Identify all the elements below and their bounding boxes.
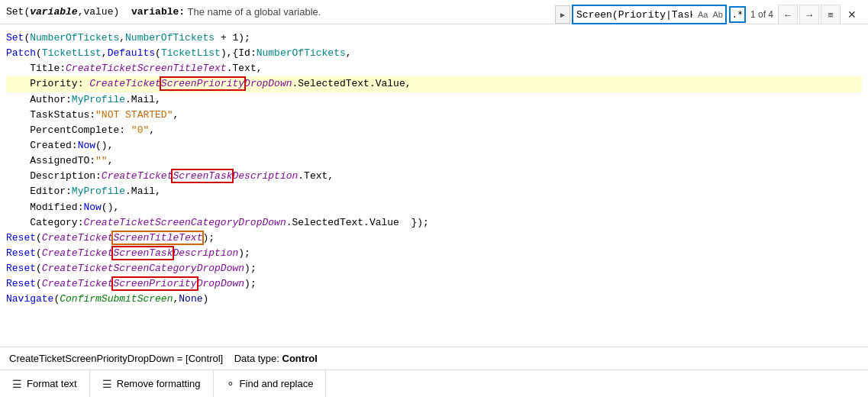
- param-variable: variable: [30, 6, 77, 18]
- header-separator: variable:: [131, 6, 185, 18]
- code-line-12: Modified:Now(),: [6, 200, 862, 215]
- status-text: CreateTicketScreenPriorityDropDown = [Co…: [9, 353, 318, 364]
- code-line-10: Description:CreateTicketScreenTaskDescri…: [6, 169, 862, 184]
- search-case-button[interactable]: Aa: [695, 10, 710, 19]
- code-line-11: Editor:MyProfile.Mail,: [6, 184, 862, 199]
- search-input[interactable]: [573, 9, 695, 21]
- code-line-6: TaskStatus:"NOT STARTED",: [6, 108, 862, 123]
- param-close: ): [113, 6, 131, 18]
- code-line-16: Reset(CreateTicketScreenCategoryDropDown…: [6, 261, 862, 276]
- code-line-4: Priority: CreateTicketScreenPriorityDrop…: [6, 76, 862, 92]
- main-content: Set(NumberOfTickets,NumberOfTickets + 1)…: [0, 24, 868, 397]
- search-regex-button[interactable]: .*: [729, 6, 746, 23]
- search-word-button[interactable]: Ab: [711, 10, 725, 19]
- find-replace-icon: ⚬: [226, 378, 235, 390]
- search-input-box: Aa Ab: [572, 5, 727, 24]
- find-replace-label: Find and replace: [240, 378, 314, 389]
- code-line-13: Category:CreateTicketScreenCategoryDropD…: [6, 215, 862, 231]
- header-description: The name of a global variable.: [185, 6, 321, 18]
- search-list-button[interactable]: ≡: [821, 5, 841, 24]
- remove-formatting-label: Remove formatting: [117, 378, 201, 389]
- param-value: value: [83, 6, 113, 18]
- remove-formatting-icon: ☰: [102, 378, 112, 390]
- code-line-7: PercentComplete: "0",: [6, 123, 862, 138]
- search-area: ► Aa Ab .* 1 of 4 ← → ≡ ✕: [555, 5, 862, 24]
- search-close-button[interactable]: ✕: [842, 5, 862, 24]
- code-line-18: Navigate(ConfirmSubmitScreen,None): [6, 292, 862, 307]
- footer-bar: ☰ Format text ☰ Remove formatting ⚬ Find…: [0, 370, 868, 397]
- code-line-3: Title:CreateTicketScreenTitleText.Text,: [6, 61, 862, 76]
- search-expand-button[interactable]: ►: [555, 5, 570, 24]
- code-line-14: Reset(CreateTicketScreenTitleText);: [6, 231, 862, 246]
- status-bar: CreateTicketScreenPriorityDropDown = [Co…: [0, 347, 868, 370]
- status-datatype: Control: [282, 353, 318, 364]
- code-line-1: Set(NumberOfTickets,NumberOfTickets + 1)…: [6, 31, 862, 46]
- remove-formatting-button[interactable]: ☰ Remove formatting: [90, 370, 214, 397]
- find-replace-button[interactable]: ⚬ Find and replace: [214, 370, 327, 397]
- code-line-2: Patch(TicketList,Defaults(TicketList),{I…: [6, 46, 862, 61]
- code-editor[interactable]: Set(NumberOfTickets,NumberOfTickets + 1)…: [0, 24, 868, 347]
- code-line-8: Created:Now(),: [6, 138, 862, 153]
- search-count: 1 of 4: [747, 9, 776, 20]
- code-line-17: Reset(CreateTicketScreenPriorityDropDown…: [6, 276, 862, 292]
- code-line-5: Author:MyProfile.Mail,: [6, 92, 862, 108]
- format-text-button[interactable]: ☰ Format text: [0, 370, 90, 397]
- format-text-icon: ☰: [12, 378, 22, 390]
- code-line-9: AssignedTO:"",: [6, 153, 862, 169]
- format-text-label: Format text: [27, 378, 77, 389]
- search-next-button[interactable]: →: [799, 5, 819, 24]
- code-line-15: Reset(CreateTicketScreenTaskDescription)…: [6, 246, 862, 261]
- param-separator: ,: [78, 6, 84, 18]
- search-prev-button[interactable]: ←: [778, 5, 798, 24]
- set-keyword: Set(: [6, 6, 30, 18]
